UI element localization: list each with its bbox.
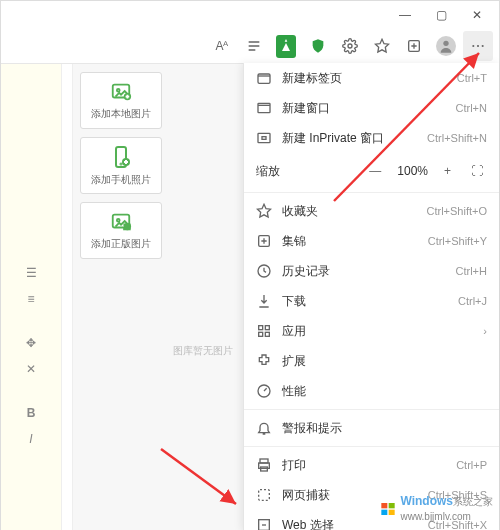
menu-item-shortcut: Ctrl+Shift+Y — [428, 235, 487, 247]
menu-item-performance[interactable]: 性能 — [244, 376, 499, 406]
profile-button[interactable] — [431, 31, 461, 61]
image-verified-icon: 正 — [107, 211, 135, 233]
menu-item-alert[interactable]: 警报和提示 — [244, 413, 499, 443]
window-titlebar: — ▢ ✕ — [1, 1, 499, 29]
list-ordered-tool[interactable]: ≡ — [22, 290, 40, 308]
watermark-sub: 系统之家 — [453, 496, 493, 507]
gear-icon — [342, 38, 358, 54]
more-menu-button[interactable] — [463, 31, 493, 61]
menu-item-label: 打印 — [282, 457, 446, 474]
close-button[interactable]: ✕ — [459, 1, 495, 29]
collections-button[interactable] — [399, 31, 429, 61]
menu-item-label: 性能 — [282, 383, 487, 400]
zoom-out-button[interactable]: — — [361, 160, 389, 182]
star-icon — [256, 203, 272, 219]
add-local-image-label: 添加本地图片 — [91, 107, 151, 121]
editor-left-tools: ☰ ≡ ✥ ✕ B I — [1, 64, 62, 530]
watermark-url: www.bjjmlv.com — [400, 511, 470, 522]
svg-rect-25 — [265, 326, 269, 330]
menu-item-inprivate[interactable]: 新建 InPrivate 窗口Ctrl+Shift+N — [244, 123, 499, 153]
tab-icon — [256, 70, 272, 86]
move-tool[interactable]: ✥ — [22, 334, 40, 352]
capture-icon — [256, 487, 272, 503]
canvas-edge — [62, 64, 73, 530]
apps-icon — [256, 323, 272, 339]
menu-item-apps[interactable]: 应用› — [244, 316, 499, 346]
settings-gear-button[interactable] — [335, 31, 365, 61]
minimize-button[interactable]: — — [387, 1, 423, 29]
collections-icon — [406, 38, 422, 54]
inprivate-icon — [256, 130, 272, 146]
menu-item-label: 集锦 — [282, 233, 418, 250]
windows-logo-icon — [380, 501, 396, 517]
add-phone-image-label: 添加手机照片 — [91, 173, 151, 187]
submenu-arrow-icon: › — [483, 325, 487, 337]
menu-item-label: 收藏夹 — [282, 203, 416, 220]
svg-rect-31 — [259, 490, 270, 501]
svg-rect-45 — [389, 509, 395, 514]
list-unordered-tool[interactable]: ☰ — [22, 264, 40, 282]
maximize-button[interactable]: ▢ — [423, 1, 459, 29]
svg-rect-42 — [382, 503, 388, 508]
shield-button[interactable] — [303, 31, 333, 61]
reader-icon — [246, 38, 262, 54]
avatar-icon — [436, 36, 456, 56]
text-size-button[interactable]: Aᴬ — [207, 31, 237, 61]
zoom-value: 100% — [397, 164, 428, 178]
svg-rect-43 — [389, 503, 395, 508]
translate-button[interactable] — [271, 31, 301, 61]
reader-button[interactable] — [239, 31, 269, 61]
menu-item-shortcut: Ctrl+J — [458, 295, 487, 307]
menu-item-shortcut: Ctrl+T — [457, 72, 487, 84]
favorites-star-button[interactable] — [367, 31, 397, 61]
close-tool[interactable]: ✕ — [22, 360, 40, 378]
shield-icon — [310, 38, 326, 54]
alert-icon — [256, 420, 272, 436]
watermark: Windows系统之家 www.bjjmlv.com — [380, 494, 493, 523]
svg-marker-21 — [257, 204, 270, 217]
menu-item-label: 扩展 — [282, 353, 487, 370]
italic-tool[interactable]: I — [22, 430, 40, 448]
menu-item-label: 新建 InPrivate 窗口 — [282, 130, 417, 147]
collections-icon — [256, 233, 272, 249]
menu-item-label: 新建标签页 — [282, 70, 447, 87]
menu-item-collections[interactable]: 集锦Ctrl+Shift+Y — [244, 226, 499, 256]
menu-item-shortcut: Ctrl+H — [456, 265, 487, 277]
history-icon — [256, 263, 272, 279]
browser-main-menu: 新建标签页Ctrl+T新建窗口Ctrl+N新建 InPrivate 窗口Ctrl… — [243, 63, 499, 530]
svg-rect-24 — [259, 326, 263, 330]
extensions-icon — [256, 353, 272, 369]
zoom-in-button[interactable]: + — [436, 160, 459, 182]
svg-text:正: 正 — [124, 224, 130, 230]
svg-point-3 — [443, 41, 448, 46]
menu-item-print[interactable]: 打印Ctrl+P — [244, 450, 499, 480]
menu-separator — [244, 192, 499, 193]
dots-icon — [470, 38, 486, 54]
svg-rect-19 — [258, 133, 270, 142]
add-local-image-button[interactable]: 添加本地图片 — [80, 72, 162, 129]
menu-item-window[interactable]: 新建窗口Ctrl+N — [244, 93, 499, 123]
print-icon — [256, 457, 272, 473]
add-phone-image-button[interactable]: 添加手机照片 — [80, 137, 162, 194]
bold-tool[interactable]: B — [22, 404, 40, 422]
menu-item-extensions[interactable]: 扩展 — [244, 346, 499, 376]
svg-rect-26 — [259, 332, 263, 336]
browser-window: — ▢ ✕ Aᴬ ☰ ≡ ✥ ✕ B I — [0, 0, 500, 530]
svg-point-0 — [348, 44, 352, 48]
menu-separator — [244, 409, 499, 410]
star-icon — [374, 38, 390, 54]
menu-item-history[interactable]: 历史记录Ctrl+H — [244, 256, 499, 286]
menu-zoom-row: 缩放—100%+⛶ — [244, 153, 499, 189]
add-stock-image-button[interactable]: 正 添加正版图片 — [80, 202, 162, 259]
webselect-icon — [256, 517, 272, 530]
menu-item-download[interactable]: 下载Ctrl+J — [244, 286, 499, 316]
add-stock-image-label: 添加正版图片 — [91, 237, 151, 251]
menu-item-label: 下载 — [282, 293, 448, 310]
fullscreen-button[interactable]: ⛶ — [467, 160, 487, 182]
menu-item-shortcut: Ctrl+P — [456, 459, 487, 471]
menu-item-tab[interactable]: 新建标签页Ctrl+T — [244, 63, 499, 93]
menu-item-star[interactable]: 收藏夹Ctrl+Shift+O — [244, 196, 499, 226]
image-plus-icon — [107, 81, 135, 103]
svg-point-6 — [482, 45, 484, 47]
menu-item-label: 警报和提示 — [282, 420, 487, 437]
